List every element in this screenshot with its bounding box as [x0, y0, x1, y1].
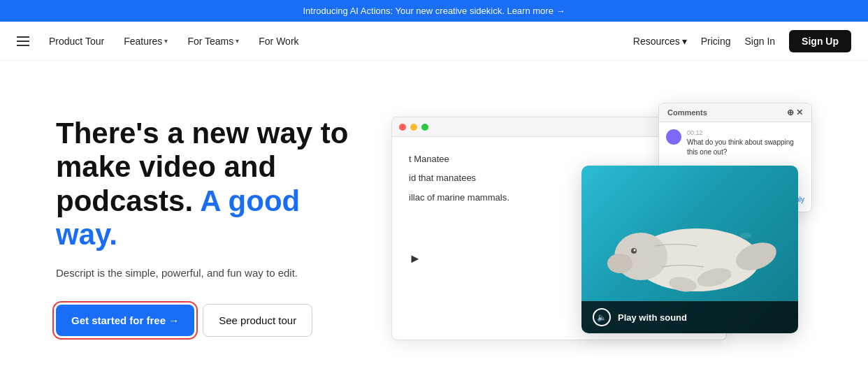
top-banner[interactable]: Introducing AI Actions: Your new creativ…: [0, 0, 868, 22]
chevron-down-icon: ▾: [164, 37, 168, 45]
editor-maximize-dot: [421, 124, 428, 131]
hero-section: There's a new way to make video and podc…: [0, 61, 868, 371]
comment-item-1: 00:12 What do you think about swapping t…: [666, 129, 804, 157]
hero-title: There's a new way to make video and podc…: [56, 117, 363, 252]
comment-timestamp-1: 00:12: [687, 129, 804, 136]
hero-visuals: t Manatee id that manatees illac of mari…: [391, 103, 812, 368]
signup-button[interactable]: Sign Up: [789, 30, 851, 52]
comment-text-1: What do you think about swapping this on…: [687, 138, 804, 157]
nav-for-work[interactable]: For Work: [259, 36, 298, 47]
hero-subtitle: Descript is the simple, powerful, and fu…: [56, 265, 363, 282]
comments-controls: ⊕ ✕: [787, 108, 803, 117]
sound-icon: 🔈: [597, 313, 607, 322]
play-label: Play with sound: [618, 312, 687, 323]
editor-minimize-dot: [410, 124, 417, 131]
nav-for-teams[interactable]: For Teams ▾: [187, 36, 239, 47]
nav-features[interactable]: Features ▾: [124, 36, 168, 47]
nav-left: Product Tour Features ▾ For Teams ▾ For …: [17, 36, 299, 47]
hero-left: There's a new way to make video and podc…: [56, 103, 363, 337]
svg-point-1: [740, 233, 751, 238]
comment-content-1: 00:12 What do you think about swapping t…: [687, 129, 804, 157]
banner-text: Introducing AI Actions: Your new creativ…: [303, 6, 565, 16]
nav-product-tour[interactable]: Product Tour: [49, 36, 104, 47]
hero-buttons: Get started for free → See product tour: [56, 304, 363, 337]
video-controls[interactable]: 🔈 Play with sound: [581, 301, 798, 333]
product-tour-button[interactable]: See product tour: [203, 304, 312, 337]
hamburger-menu-icon[interactable]: [17, 36, 29, 46]
nav-resources[interactable]: Resources ▾: [633, 36, 687, 47]
chevron-down-icon: ▾: [682, 36, 687, 47]
nav-sign-in[interactable]: Sign In: [745, 36, 776, 47]
nav-right: Resources ▾ Pricing Sign In Sign Up: [633, 30, 851, 52]
navbar: Product Tour Features ▾ For Teams ▾ For …: [0, 22, 868, 61]
editor-close-dot: [399, 124, 406, 131]
svg-point-4: [607, 254, 632, 273]
sound-toggle-icon[interactable]: 🔈: [593, 308, 611, 326]
nav-pricing[interactable]: Pricing: [701, 36, 731, 47]
video-preview: 🔈 Play with sound: [581, 166, 798, 333]
comments-header: Comments ⊕ ✕: [659, 103, 811, 122]
get-started-button[interactable]: Get started for free →: [56, 305, 194, 336]
manatee-illustration: [592, 194, 788, 305]
comment-avatar-1: [666, 129, 681, 145]
svg-point-9: [634, 249, 636, 252]
comments-title: Comments: [667, 108, 707, 117]
chevron-down-icon: ▾: [236, 37, 239, 45]
